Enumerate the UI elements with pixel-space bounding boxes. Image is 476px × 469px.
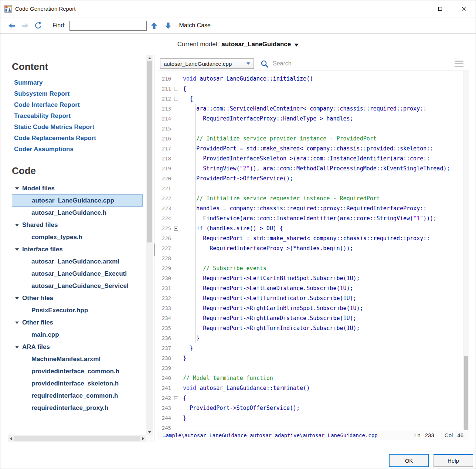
code-line[interactable]: 232 RequiredPort->LeftTurnIndicator.Subs…	[157, 293, 469, 303]
code-text[interactable]: RequiredPort->LeftCarInBlindSpot.Subscri…	[181, 273, 360, 283]
code-text[interactable]	[181, 363, 183, 373]
fold-toggle-icon[interactable]	[174, 97, 178, 101]
code-line[interactable]: 210void autosar_LaneGuidance::initialize…	[157, 74, 469, 84]
find-previous-button[interactable]	[147, 20, 161, 31]
code-text[interactable]: RequiredPort = std::make_shared< company…	[181, 234, 430, 244]
code-line[interactable]: 240// Model terminate function	[157, 373, 469, 383]
collapse-triangle-icon[interactable]	[15, 322, 19, 324]
content-link[interactable]: Code Interface Report	[12, 99, 146, 111]
code-line[interactable]: 214 RequiredInterfaceProxy::HandleType >…	[157, 114, 469, 124]
tree-file[interactable]: providedinterface_skeleton.h	[12, 377, 143, 390]
code-text[interactable]: RequiredPort->RightLaneDistance.Subscrib…	[181, 313, 357, 323]
code-line[interactable]: 218 ProvidedInterfaceSkeleton >(ara::com…	[157, 154, 469, 164]
tree-file[interactable]: complex_types.h	[12, 231, 143, 243]
code-text[interactable]: }	[181, 343, 193, 353]
tree-file[interactable]: autosar_LaneGuidance.arxml	[12, 255, 143, 268]
code-line[interactable]: 233 RequiredPort->RightCarInBlindSpot.Su…	[157, 303, 469, 313]
scroll-right-arrow-icon[interactable]	[140, 435, 146, 442]
code-line[interactable]: 225 if (handles.size() > 0U) {	[157, 224, 469, 234]
code-line[interactable]: 235 RequiredPort->RightTurnIndicator.Sub…	[157, 323, 469, 333]
tree-file[interactable]: requiredinterface_proxy.h	[12, 402, 143, 414]
code-text[interactable]: RequiredPort->RightCarInBlindSpot.Subscr…	[181, 303, 363, 313]
help-button[interactable]: Help	[434, 454, 473, 467]
code-text[interactable]: {	[181, 393, 186, 403]
code-text[interactable]: if (handles.size() > 0U) {	[181, 224, 283, 234]
vertical-scrollbar-thumb[interactable]	[147, 61, 152, 242]
code-line[interactable]: 241void autosar_LaneGuidance::terminate(…	[157, 383, 469, 393]
refresh-button[interactable]	[31, 20, 44, 31]
tree-group[interactable]: ARA files	[12, 341, 143, 353]
code-line[interactable]: 238}	[157, 353, 469, 363]
code-line[interactable]: 211{	[157, 84, 469, 94]
code-line[interactable]: 229 // Subscribe events	[157, 264, 469, 273]
collapse-triangle-icon[interactable]	[15, 187, 19, 190]
tree-file[interactable]: MachineManifest.arxml	[12, 353, 143, 365]
code-text[interactable]: RequiredPort->LeftLaneDistance.Subscribe…	[181, 283, 353, 293]
code-line[interactable]: 224 FindService(ara::com::InstanceIdenti…	[157, 214, 469, 224]
ok-button[interactable]: OK	[389, 454, 429, 467]
code-line[interactable]: 239	[157, 363, 469, 373]
code-line[interactable]: 221	[157, 184, 469, 194]
code-line[interactable]: 231 RequiredPort->LeftLaneDistance.Subsc…	[157, 283, 469, 293]
code-line[interactable]: 245	[157, 423, 469, 430]
back-button[interactable]	[6, 20, 18, 31]
tree-file[interactable]: autosar_LaneGuidance.cpp	[12, 194, 143, 207]
code-line[interactable]: 236 }	[157, 333, 469, 343]
content-link[interactable]: Coder Assumptions	[12, 144, 146, 155]
scroll-up-arrow-icon[interactable]	[146, 55, 153, 61]
code-text[interactable]	[181, 124, 183, 134]
code-line[interactable]: 242{	[157, 393, 469, 403]
content-link[interactable]: Subsystem Report	[12, 88, 146, 99]
content-link[interactable]: Static Code Metrics Report	[12, 122, 146, 133]
code-line[interactable]: 243 ProvidedPort->StopOfferService();	[157, 403, 469, 413]
code-text[interactable]: StringView("2")), ara::com::MethodCallPr…	[181, 164, 450, 174]
code-line[interactable]: 227 RequiredInterfaceProxy >(*handles.be…	[157, 244, 469, 254]
code-text[interactable]: ara::com::ServiceHandleContainer< compan…	[181, 104, 426, 114]
code-line[interactable]: 217 ProvidedPort = std::make_shared< com…	[157, 144, 469, 154]
tree-file[interactable]: main.cpp	[12, 329, 143, 341]
content-link[interactable]: Code Replacements Report	[12, 133, 146, 144]
code-text[interactable]: }	[181, 413, 186, 423]
menu-icon[interactable]	[455, 61, 463, 67]
tree-file[interactable]: requiredinterface_common.h	[12, 390, 143, 402]
code-text[interactable]: handles = company::chassis::required::pr…	[181, 204, 426, 214]
code-line[interactable]: 212 {	[157, 94, 469, 104]
forward-button[interactable]	[18, 20, 31, 31]
maximize-button[interactable]	[428, 0, 452, 17]
code-text[interactable]	[181, 184, 183, 194]
code-text[interactable]: FindService(ara::com::InstanceIdentifier…	[181, 214, 436, 224]
sidebar-horizontal-scrollbar[interactable]	[8, 435, 146, 442]
code-text[interactable]: RequiredPort->RightTurnIndicator.Subscri…	[181, 323, 360, 333]
tree-file[interactable]: autosar_LaneGuidance_Executi	[12, 268, 143, 280]
code-text[interactable]: RequiredInterfaceProxy::HandleType > han…	[181, 114, 353, 124]
code-line[interactable]: 228	[157, 254, 469, 264]
code-text[interactable]: // Initialize service requester instance…	[181, 194, 380, 204]
close-button[interactable]	[452, 0, 476, 17]
tree-file[interactable]: providedinterface_common.h	[12, 365, 143, 377]
minimize-button[interactable]	[405, 0, 428, 17]
scroll-down-arrow-icon[interactable]	[146, 429, 153, 435]
match-case-label[interactable]: Match Case	[179, 22, 211, 29]
code-text[interactable]: // Subscribe events	[181, 264, 266, 273]
code-text[interactable]	[181, 423, 183, 430]
scroll-left-arrow-icon[interactable]	[8, 435, 14, 442]
code-text[interactable]: ProvidedPort->OfferService();	[181, 174, 293, 184]
code-text[interactable]: {	[181, 94, 193, 104]
tree-group[interactable]: Shared files	[12, 219, 143, 231]
fold-toggle-icon[interactable]	[174, 87, 178, 91]
horizontal-scrollbar-thumb[interactable]	[14, 436, 140, 441]
collapse-triangle-icon[interactable]	[15, 248, 19, 251]
code-text[interactable]: RequiredInterfaceProxy >(*handles.begin(…	[181, 244, 353, 254]
file-selector-dropdown[interactable]: autosar_LaneGuidance.cpp	[160, 58, 254, 69]
tree-group[interactable]: Other files	[12, 292, 143, 304]
code-text[interactable]: // Model terminate function	[181, 373, 273, 383]
find-input[interactable]	[69, 21, 147, 31]
code-line[interactable]: 234 RequiredPort->RightLaneDistance.Subs…	[157, 313, 469, 323]
code-text[interactable]: ProvidedPort = std::make_shared< company…	[181, 144, 433, 154]
sidebar-vertical-scrollbar[interactable]	[146, 55, 153, 435]
code-text[interactable]	[181, 254, 183, 264]
code-text[interactable]: void autosar_LaneGuidance::initialize()	[181, 74, 313, 84]
code-line[interactable]: 219 StringView("2")), ara::com::MethodCa…	[157, 164, 469, 174]
collapse-triangle-icon[interactable]	[15, 224, 19, 227]
tree-group[interactable]: Interface files	[12, 243, 143, 255]
